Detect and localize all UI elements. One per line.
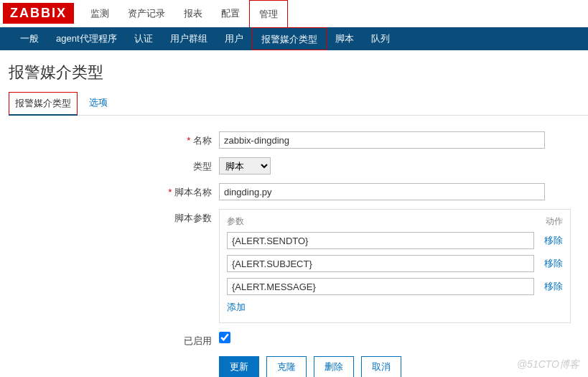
topnav-reports[interactable]: 报表 <box>174 0 212 27</box>
topnav-config[interactable]: 配置 <box>212 0 249 27</box>
script-name-input[interactable] <box>219 183 545 200</box>
subnav-users[interactable]: 用户 <box>216 27 252 50</box>
topnav-inventory[interactable]: 资产记录 <box>118 0 174 27</box>
params-header-action: 动作 <box>546 215 563 228</box>
label-script-name: 脚本名称 <box>0 183 219 199</box>
remove-param-2[interactable]: 移除 <box>544 280 563 293</box>
param-row: 移除 <box>227 278 563 295</box>
label-enabled: 已启用 <box>0 332 219 348</box>
param-input-0[interactable] <box>227 232 534 249</box>
tab-mediatype[interactable]: 报警媒介类型 <box>9 92 78 116</box>
topnav-monitor[interactable]: 监测 <box>81 0 118 27</box>
param-input-2[interactable] <box>227 278 534 295</box>
subnav-proxies[interactable]: agent代理程序 <box>47 27 126 50</box>
subnav-queue[interactable]: 队列 <box>363 27 398 50</box>
param-input-1[interactable] <box>227 255 534 272</box>
mediatype-form: 名称 类型 脚本 脚本名称 脚本参数 参数 动作 <box>0 131 588 377</box>
page-title: 报警媒介类型 <box>9 62 588 83</box>
remove-param-0[interactable]: 移除 <box>544 234 563 247</box>
label-type: 类型 <box>0 157 219 173</box>
remove-param-1[interactable]: 移除 <box>544 257 563 270</box>
add-param[interactable]: 添加 <box>227 302 246 312</box>
type-select[interactable]: 脚本 <box>219 157 271 174</box>
form-tabs: 报警媒介类型 选项 <box>9 92 588 116</box>
update-button[interactable]: 更新 <box>219 356 259 377</box>
top-nav: ZABBIX 监测 资产记录 报表 配置 管理 <box>0 0 588 27</box>
delete-button[interactable]: 删除 <box>314 356 354 377</box>
topnav-admin[interactable]: 管理 <box>249 0 288 27</box>
param-row: 移除 <box>227 255 563 272</box>
enabled-checkbox[interactable] <box>219 332 230 343</box>
subnav-general[interactable]: 一般 <box>11 27 47 50</box>
label-name: 名称 <box>0 131 219 147</box>
script-params-box: 参数 动作 移除 移除 移除 添加 <box>219 209 571 323</box>
cancel-button[interactable]: 取消 <box>361 356 401 377</box>
subnav-scripts[interactable]: 脚本 <box>327 27 363 50</box>
tab-options[interactable]: 选项 <box>83 92 113 115</box>
label-script-params: 脚本参数 <box>0 209 219 225</box>
subnav-auth[interactable]: 认证 <box>126 27 162 50</box>
params-header-name: 参数 <box>227 215 244 228</box>
subnav-usergroups[interactable]: 用户群组 <box>162 27 216 50</box>
watermark: @51CTO博客 <box>517 358 579 371</box>
param-row: 移除 <box>227 232 563 249</box>
clone-button[interactable]: 克隆 <box>266 356 307 377</box>
logo: ZABBIX <box>3 3 74 24</box>
sub-nav: 一般 agent代理程序 认证 用户群组 用户 报警媒介类型 脚本 队列 <box>0 27 588 50</box>
name-input[interactable] <box>219 131 545 149</box>
